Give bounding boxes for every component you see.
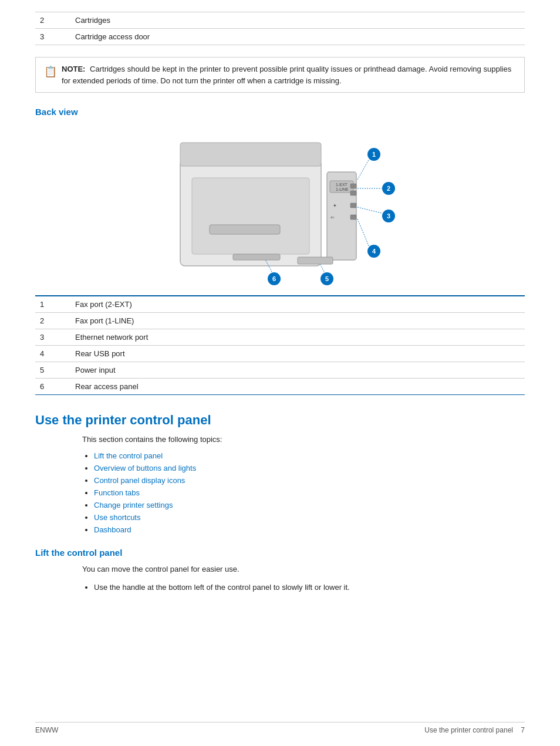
note-label: NOTE: xyxy=(62,65,85,73)
row-label: Cartridge access door xyxy=(70,29,525,45)
svg-rect-11 xyxy=(350,203,356,208)
svg-text:⇐: ⇐ xyxy=(330,215,335,220)
note-body: Cartridges should be kept in the printer… xyxy=(62,65,511,85)
svg-rect-13 xyxy=(350,215,356,220)
topic-link[interactable]: Overview of buttons and lights xyxy=(94,464,196,472)
list-item: Lift the control panel xyxy=(94,450,525,462)
table-row: 2Fax port (1-LINE) xyxy=(35,313,525,329)
row-label: Power input xyxy=(70,362,525,379)
page-footer: ENWW Use the printer control panel 7 xyxy=(35,722,525,734)
svg-text:2: 2 xyxy=(387,185,390,192)
list-item: Overview of buttons and lights xyxy=(94,462,525,474)
row-num: 3 xyxy=(35,329,70,346)
lift-panel-body: You can move the control panel for easie… xyxy=(82,563,525,575)
svg-line-16 xyxy=(357,159,369,180)
list-item: Function tabs xyxy=(94,487,525,499)
row-num: 3 xyxy=(35,29,70,45)
table-row: 3Ethernet network port xyxy=(35,329,525,346)
row-label: Rear access panel xyxy=(70,379,525,395)
row-label: Fax port (2-EXT) xyxy=(70,296,525,313)
topics-intro: This section contains the following topi… xyxy=(82,435,525,444)
note-box: 📋 NOTE: Cartridges should be kept in the… xyxy=(35,57,525,93)
row-num: 2 xyxy=(35,313,70,329)
main-section-title: Use the printer control panel xyxy=(35,413,525,428)
row-num: 4 xyxy=(35,346,70,362)
svg-rect-3 xyxy=(210,225,280,234)
row-label: Rear USB port xyxy=(70,346,525,362)
row-num: 6 xyxy=(35,379,70,395)
topic-link[interactable]: Function tabs xyxy=(94,488,140,497)
svg-rect-32 xyxy=(298,257,333,264)
svg-text:6: 6 xyxy=(272,275,276,282)
svg-rect-2 xyxy=(192,178,309,254)
table-row: 6Rear access panel xyxy=(35,379,525,395)
topic-link[interactable]: Control panel display icons xyxy=(94,476,185,485)
table-row: 1Fax port (2-EXT) xyxy=(35,296,525,313)
back-view-heading: Back view xyxy=(35,107,525,117)
top-table: 2Cartridges3Cartridge access door xyxy=(35,12,525,45)
back-view-table: 1Fax port (2-EXT)2Fax port (1-LINE)3Ethe… xyxy=(35,295,525,395)
list-item: Use shortcuts xyxy=(94,511,525,524)
list-item: Change printer settings xyxy=(94,499,525,511)
svg-rect-9 xyxy=(350,191,356,195)
table-row: 3Cartridge access door xyxy=(35,29,525,45)
svg-text:1-LINE: 1-LINE xyxy=(336,187,349,191)
note-text: NOTE: Cartridges should be kept in the p… xyxy=(62,63,516,86)
printer-diagram-area: 1-EXT 1-LINE ✦ ⇐ 1 2 3 4 5 6 xyxy=(35,125,525,289)
svg-text:1: 1 xyxy=(372,151,376,158)
row-num: 1 xyxy=(35,296,70,313)
list-item: Control panel display icons xyxy=(94,474,525,487)
topic-link[interactable]: Dashboard xyxy=(94,525,131,534)
svg-line-25 xyxy=(357,219,369,247)
lift-panel-bullet-item: Use the handle at the bottom left of the… xyxy=(94,581,525,593)
lift-panel-heading: Lift the control panel xyxy=(35,548,525,558)
footer-right: Use the printer control panel 7 xyxy=(424,726,525,734)
svg-line-22 xyxy=(357,207,382,213)
table-row: 5Power input xyxy=(35,362,525,379)
note-icon: 📋 xyxy=(44,64,57,80)
row-label: Cartridges xyxy=(70,12,525,29)
footer-left: ENWW xyxy=(35,726,58,734)
svg-rect-33 xyxy=(233,254,280,260)
svg-rect-8 xyxy=(350,184,356,188)
svg-text:✦: ✦ xyxy=(333,203,337,208)
row-label: Ethernet network port xyxy=(70,329,525,346)
topic-link[interactable]: Change printer settings xyxy=(94,501,173,509)
row-num: 5 xyxy=(35,362,70,379)
row-label: Fax port (1-LINE) xyxy=(70,313,525,329)
svg-text:1-EXT: 1-EXT xyxy=(336,183,348,187)
row-num: 2 xyxy=(35,12,70,29)
svg-rect-1 xyxy=(180,143,321,166)
printer-back-diagram: 1-EXT 1-LINE ✦ ⇐ 1 2 3 4 5 6 xyxy=(157,125,403,289)
lift-panel-bullet-text: Use the handle at the bottom left of the… xyxy=(94,583,350,592)
table-row: 4Rear USB port xyxy=(35,346,525,362)
list-item: Dashboard xyxy=(94,524,525,536)
svg-text:5: 5 xyxy=(325,275,329,282)
svg-text:4: 4 xyxy=(372,248,376,255)
topics-list: Lift the control panelOverview of button… xyxy=(94,450,525,536)
topic-link[interactable]: Use shortcuts xyxy=(94,513,140,522)
table-row: 2Cartridges xyxy=(35,12,525,29)
topic-link[interactable]: Lift the control panel xyxy=(94,451,163,460)
svg-text:3: 3 xyxy=(387,212,390,220)
lift-panel-bullets: Use the handle at the bottom left of the… xyxy=(94,581,525,593)
